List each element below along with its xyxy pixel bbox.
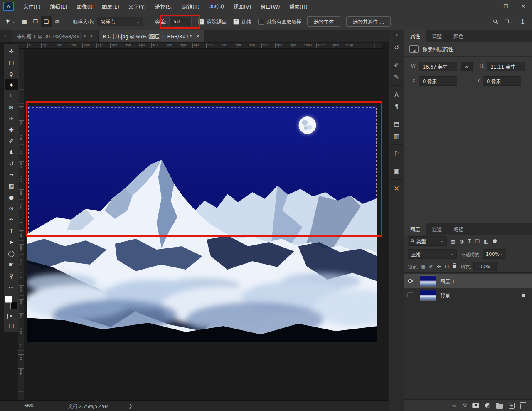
maximize-button[interactable]: ☐ [497,0,515,13]
eyedropper-tool[interactable]: ✑ [5,113,18,124]
frame-tool[interactable]: ⊠ [5,102,18,113]
menu-image[interactable]: 图像(I) [72,0,97,13]
panel-menu-icon[interactable]: ≡ [524,30,532,42]
history-panel-icon[interactable]: ↺ [390,41,403,53]
gradient-tool[interactable]: ▧ [5,180,18,191]
share-icon[interactable]: ↥ [520,18,525,25]
menu-3d[interactable]: 3D(D) [204,0,229,13]
panel-menu-icon[interactable]: ≡ [524,223,532,235]
brush-settings-panel-icon[interactable]: ✐ [390,59,403,71]
filter-smart-objects-icon[interactable]: ◧ [484,238,488,244]
crop-tool[interactable]: ⌗ [5,90,18,102]
filter-type-layers-icon[interactable]: T [468,238,471,244]
document-tab[interactable]: R-C (1).jpg @ 66% (图层 1, RGB/8#) * ✕ [99,30,205,42]
ruler-corner[interactable] [18,43,24,49]
menu-layer[interactable]: 图层(L) [97,0,124,13]
character-panel-icon[interactable]: A [390,88,403,100]
y-field[interactable]: 0 像素 [483,76,521,86]
hand-tool[interactable]: ☛ [5,259,18,270]
menu-type[interactable]: 文字(Y) [124,0,150,13]
close-icon[interactable]: ✕ [196,34,200,39]
select-subject-button[interactable]: 选择主体 [307,16,340,27]
opacity-field[interactable]: 100% ⌄ [483,249,506,259]
menu-select[interactable]: 选择(S) [150,0,177,13]
panel-tab[interactable]: 图层 [404,223,426,235]
layer-row[interactable]: 背景 [404,288,532,302]
pen-tool[interactable]: ✒ [5,214,18,225]
add-mask-icon[interactable] [472,403,479,408]
visibility-toggle[interactable] [404,288,416,302]
history-brush-tool[interactable]: ↺ [5,158,18,169]
quick-mask-icon[interactable] [7,314,15,319]
menu-filter[interactable]: 滤镜(T) [177,0,204,13]
dodge-tool[interactable]: ⊙ [5,203,18,214]
height-field[interactable]: 11.11 英寸 [487,62,525,71]
sample-size-dropdown[interactable]: 取样点 ⌄ [97,17,143,26]
lock-artboard-icon[interactable]: ⊡ [445,264,449,270]
shape-tool[interactable]: ◯ [5,248,18,259]
screen-mode-icon[interactable]: ❐ [9,323,14,329]
menu-help[interactable]: 帮助(H) [285,0,312,13]
blur-tool[interactable]: ● [5,191,18,203]
adjustment-layer-icon[interactable] [485,403,490,408]
foreground-color-swatch[interactable] [5,296,12,303]
libraries-panel-icon[interactable]: ▤ [390,118,403,130]
paragraph-panel-icon[interactable]: ¶ [390,100,403,112]
document-tab[interactable]: 未标题-1 @ 30.3%(RGB/8#) * ✕ [12,30,99,42]
notes-panel-icon[interactable]: ⚐ [390,147,403,159]
layer-row[interactable]: 图层 1 [404,274,532,288]
menu-window[interactable]: 窗口(W) [256,0,285,13]
delete-layer-icon[interactable] [520,404,525,409]
lock-image-icon[interactable]: ✐ [429,264,433,270]
snapshot-panel-icon[interactable]: ▣ [390,165,403,177]
tolerance-input[interactable] [169,17,192,26]
marquee-tool[interactable]: ▢ [5,57,18,68]
lasso-tool[interactable]: ϙ [5,68,18,79]
menu-view[interactable]: 视图(V) [229,0,256,13]
link-layers-icon[interactable]: ∞ [452,402,456,409]
link-dimensions-icon[interactable]: ∞ [461,62,473,71]
menu-file[interactable]: 文件(F) [19,0,45,13]
width-field[interactable]: 16.67 英寸 [419,62,457,71]
filter-adjustment-layers-icon[interactable]: ◑ [459,238,463,244]
zoom-tool[interactable]: ⚲ [5,270,18,281]
x-field[interactable]: 0 像素 [419,76,457,86]
workspace-switcher[interactable]: ❐ ⌄ [505,19,513,25]
layer-filter-dropdown[interactable]: ⚲ 类型 ⌄ [408,236,447,246]
current-tool-preview[interactable]: ✶ ⌄ [5,17,15,25]
panel-tab[interactable]: 通道 [426,223,448,235]
eraser-tool[interactable]: ▱ [5,169,18,180]
lock-position-icon[interactable]: ✛ [437,264,441,270]
healing-brush-tool[interactable]: ✚ [5,124,18,135]
contiguous-checkbox[interactable]: ✓ 连续 [233,18,251,25]
filter-shape-layers-icon[interactable]: ❏ [475,238,480,244]
home-icon[interactable]: ⌂ [3,2,14,11]
fill-field[interactable]: 100% ⌄ [473,262,497,271]
panel-collapse-icon[interactable]: « [395,32,398,37]
panel-tab[interactable]: 属性 [404,30,426,42]
more-tools[interactable]: ⋯ [5,281,18,292]
zoom-level-field[interactable]: 66% [24,403,43,409]
blend-mode-dropdown[interactable]: 正常 ⌄ [408,249,457,259]
sample-all-layers-checkbox[interactable]: ✓ 对所有图层取样 [258,18,301,25]
minimize-button[interactable]: – [480,0,497,13]
close-icon[interactable]: ✕ [89,34,93,39]
background-color-swatch[interactable] [10,302,17,309]
lock-transparent-icon[interactable]: ▦ [421,264,425,270]
ruler-horizontal[interactable]: 0501001502002503003504004505005506006507… [18,43,382,49]
search-icon[interactable]: ⚲ [491,17,500,26]
select-and-mask-button[interactable]: 选择并遮住 … [346,16,391,27]
panel-tab[interactable]: 颜色 [448,30,469,42]
panel-tab[interactable]: 路径 [448,223,469,235]
path-select-tool[interactable]: ➤ [5,236,18,248]
menu-edit[interactable]: 编辑(E) [45,0,72,13]
custom-tools-panel-icon[interactable]: ✕ [390,182,403,194]
panel-tab[interactable]: 调整 [426,30,448,42]
clone-stamp-tool[interactable]: ♟ [5,146,18,158]
info-panel-icon[interactable]: ▥ [390,130,403,142]
type-tool[interactable]: T [5,225,18,236]
new-selection-mode[interactable]: ■ [19,16,30,27]
checkbox-icon[interactable]: ✓ [198,19,204,25]
brushes-panel-icon[interactable]: ✎ [390,71,403,83]
filter-toggle-icon[interactable] [493,239,497,243]
